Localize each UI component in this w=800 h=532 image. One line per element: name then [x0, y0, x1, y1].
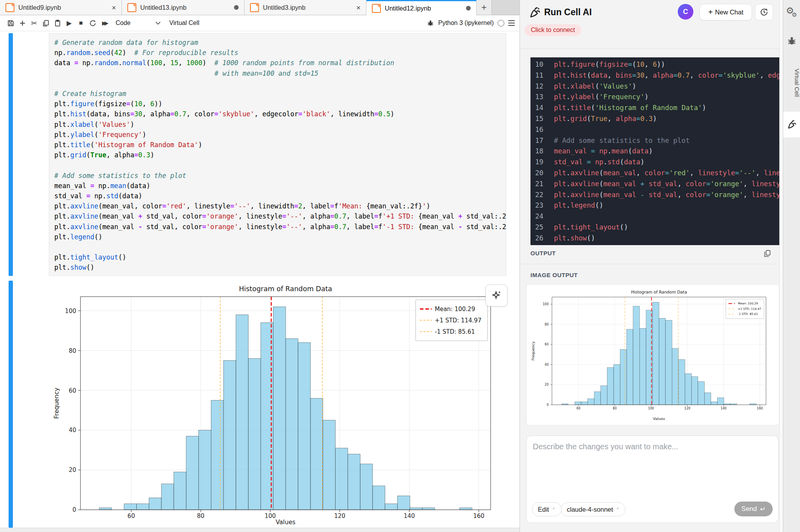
- save-button[interactable]: [5, 17, 16, 29]
- assistant-code-lines: 10plt.figure(figsize=(10, 6))11plt.hist(…: [530, 59, 781, 244]
- chat-input[interactable]: [532, 441, 772, 494]
- close-icon[interactable]: ×: [356, 4, 361, 11]
- svg-text:60: 60: [127, 512, 135, 520]
- svg-text:Histogram of Random Data: Histogram of Random Data: [631, 290, 687, 294]
- active-cell-indicator[interactable]: [9, 33, 13, 276]
- svg-text:Mean: 100.29: Mean: 100.29: [435, 306, 475, 313]
- plus-icon: +: [708, 8, 713, 16]
- notebook-file-icon: [127, 3, 136, 12]
- chevron-up-icon: ⌃: [552, 507, 555, 512]
- scroll-strip[interactable]: [0, 528, 520, 532]
- send-button[interactable]: Send ↵: [734, 502, 773, 516]
- tab-label: Untitled9.ipynb: [18, 4, 61, 11]
- add-cell-button[interactable]: [16, 17, 28, 29]
- unsaved-dot-icon[interactable]: [234, 5, 239, 10]
- svg-text:-1 STD: 85.61: -1 STD: 85.61: [435, 328, 475, 335]
- svg-text:60: 60: [69, 387, 76, 394]
- svg-text:-1 STD: 85.61: -1 STD: 85.61: [738, 312, 758, 316]
- output-cell-indicator[interactable]: [9, 281, 13, 528]
- panel-scrollbar[interactable]: [779, 0, 783, 532]
- svg-text:100: 100: [543, 302, 548, 306]
- svg-text:40: 40: [69, 427, 76, 434]
- menu-icon[interactable]: [508, 20, 515, 26]
- notebook-tab-bar: Untitled9.ipynb × Untitled13.ipynb Untit…: [0, 0, 520, 15]
- svg-text:Values: Values: [276, 519, 296, 526]
- assistant-code-block[interactable]: 10plt.figure(figsize=(10, 6))11plt.hist(…: [530, 57, 781, 245]
- tab-untitled12[interactable]: Untitled12.ipynb: [366, 0, 477, 15]
- close-icon[interactable]: ×: [112, 4, 116, 11]
- run-all-button[interactable]: ▶▶: [98, 17, 110, 29]
- chat-history-button[interactable]: [755, 4, 773, 20]
- image-output-card: 6080100120140160020406080100Histogram of…: [526, 284, 779, 425]
- connection-status-badge[interactable]: Click to connect: [525, 24, 581, 36]
- output-section-label: OUTPUT: [530, 250, 556, 256]
- notebook-file-icon: [250, 3, 259, 12]
- tab-untitled9[interactable]: Untitled9.ipynb ×: [0, 0, 122, 15]
- svg-text:Values: Values: [653, 416, 665, 421]
- virtual-cell-rail-tab[interactable]: Virtual Cell: [783, 59, 800, 106]
- tab-untitled3[interactable]: Untitled3.ipynb ×: [245, 0, 366, 15]
- new-chat-button[interactable]: + New Chat: [700, 4, 752, 20]
- chevron-up-icon: ⌃: [616, 507, 620, 512]
- svg-text:Mean: 100.29: Mean: 100.29: [738, 302, 758, 305]
- kernel-name[interactable]: Python 3 (ipykernel): [438, 20, 494, 27]
- virtual-cell-label: Virtual Cell: [169, 20, 199, 27]
- run-cell-button[interactable]: ▶: [63, 17, 75, 29]
- tab-label: Untitled3.ipynb: [263, 4, 305, 11]
- new-tab-button[interactable]: +: [477, 0, 492, 15]
- avatar[interactable]: C: [678, 4, 693, 20]
- copy-output-button[interactable]: [763, 249, 771, 259]
- model-selector-dropdown[interactable]: claude-4-sonnet ⌃: [561, 502, 625, 516]
- notebook-file-icon: [372, 4, 381, 13]
- svg-text:80: 80: [613, 407, 617, 410]
- code-cell-source: # Generate random data for histogramnp.r…: [54, 37, 506, 273]
- svg-text:+1 STD: 114.97: +1 STD: 114.97: [435, 317, 481, 324]
- svg-text:Frequency: Frequency: [53, 388, 60, 419]
- svg-text:0: 0: [72, 506, 76, 513]
- cell-type-dropdown[interactable]: Code: [116, 20, 161, 27]
- chevron-down-icon: [155, 21, 161, 25]
- sparkle-icon: [491, 290, 502, 301]
- svg-text:20: 20: [545, 383, 548, 386]
- svg-text:Histogram of Random Data: Histogram of Random Data: [239, 285, 332, 293]
- ai-sparkle-button[interactable]: [486, 285, 507, 306]
- svg-text:Frequency: Frequency: [531, 341, 535, 360]
- svg-text:60: 60: [577, 407, 580, 410]
- svg-text:140: 140: [404, 512, 415, 520]
- unsaved-dot-icon[interactable]: [466, 6, 471, 11]
- return-key-icon: ↵: [760, 505, 766, 513]
- kernel-status-icon[interactable]: [498, 20, 504, 27]
- svg-text:120: 120: [684, 407, 690, 410]
- svg-text:20: 20: [69, 466, 76, 473]
- svg-text:80: 80: [69, 347, 76, 354]
- paste-cell-button[interactable]: [52, 17, 63, 29]
- restart-kernel-button[interactable]: [87, 17, 98, 29]
- svg-text:140: 140: [721, 407, 727, 410]
- svg-text:120: 120: [334, 512, 345, 520]
- svg-text:80: 80: [197, 512, 204, 520]
- extensions-gears-icon[interactable]: ⚙⚙: [783, 5, 800, 22]
- cut-cell-button[interactable]: ✂: [28, 17, 40, 29]
- notebook-toolbar: ✂ ▶ ■ ▶▶ Code Virtual Cell Python 3 (ipy…: [0, 15, 520, 31]
- notebook-file-icon: [5, 3, 14, 12]
- debugger-bug-icon[interactable]: [787, 36, 796, 48]
- chat-input-card: Edit ⌃ claude-4-sonnet ⌃ Send ↵: [526, 436, 779, 523]
- code-cell-editor[interactable]: # Generate random data for histogramnp.r…: [49, 33, 506, 276]
- edit-mode-dropdown[interactable]: Edit ⌃: [532, 502, 562, 516]
- tab-label: Untitled12.ipynb: [385, 5, 431, 12]
- tab-label: Untitled13.ipynb: [140, 4, 186, 11]
- panel-title: Run Cell AI: [544, 7, 592, 18]
- debugger-bug-icon[interactable]: [427, 19, 434, 27]
- svg-text:0: 0: [546, 403, 548, 407]
- right-sidebar-rail: ⚙⚙ Virtual Cell: [783, 0, 800, 532]
- divider: [520, 48, 780, 49]
- copy-cell-button[interactable]: [40, 17, 52, 29]
- stop-kernel-button[interactable]: ■: [75, 17, 87, 29]
- notebook-content: # Generate random data for histogramnp.r…: [0, 31, 520, 532]
- tab-untitled13[interactable]: Untitled13.ipynb: [122, 0, 245, 15]
- run-cell-ai-rail-tab[interactable]: [783, 112, 800, 137]
- svg-text:100: 100: [65, 308, 76, 315]
- svg-text:60: 60: [545, 343, 548, 346]
- svg-text:160: 160: [473, 512, 484, 520]
- svg-text:+1 STD: 114.97: +1 STD: 114.97: [738, 307, 761, 311]
